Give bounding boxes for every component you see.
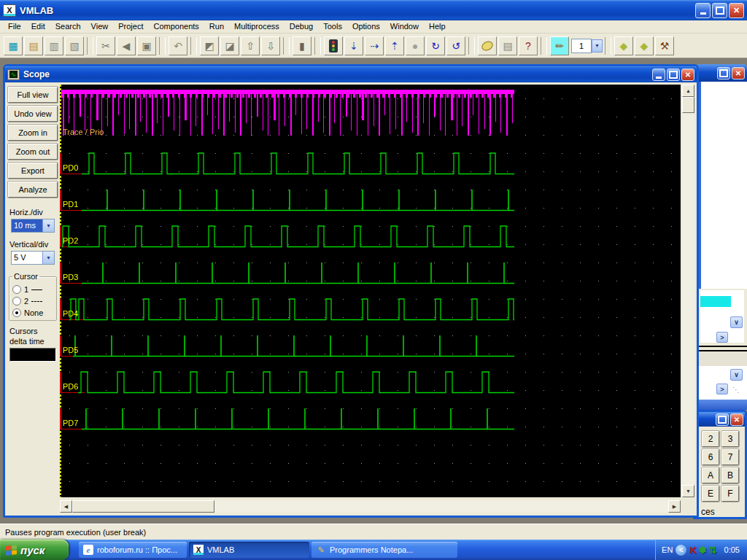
start-button[interactable]: пуск: [0, 540, 69, 560]
task-label: VMLAB: [207, 545, 234, 554]
minimize-button[interactable]: [695, 3, 711, 18]
menu-options[interactable]: Options: [347, 20, 385, 33]
new-project-button[interactable]: ▦: [4, 36, 23, 55]
partial-label: ces: [701, 507, 715, 517]
scope-vertical-scrollbar[interactable]: ▲ ▼: [682, 85, 694, 497]
scroll-up-button[interactable]: ▲: [682, 85, 694, 97]
selected-row-highlight[interactable]: [700, 296, 731, 307]
step-into-button[interactable]: ⇣: [344, 36, 363, 55]
zoom-out-button[interactable]: Zoom out: [8, 144, 58, 160]
hide-icons-chevron[interactable]: <: [676, 545, 686, 556]
zoom-in-button[interactable]: Zoom in: [8, 125, 58, 141]
bg-restore-button[interactable]: [717, 67, 730, 79]
step-over-button[interactable]: ⇢: [365, 36, 384, 55]
cursor-option-none[interactable]: None: [12, 308, 56, 317]
cursor-option-label: None: [24, 308, 43, 317]
radio-button[interactable]: [12, 308, 21, 317]
scope-titlebar[interactable]: ∿ Scope ✕: [5, 66, 697, 82]
full-view-button[interactable]: Full view: [8, 87, 58, 103]
help-button[interactable]: ?: [519, 36, 538, 55]
splitter-bar[interactable]: [697, 346, 747, 351]
scope-horizontal-scrollbar[interactable]: ◀ ▶: [60, 500, 681, 513]
resize-grip-icon[interactable]: ⋱: [732, 386, 744, 397]
scope-display[interactable]: [60, 85, 681, 497]
scroll-left-button[interactable]: ◀: [60, 500, 72, 513]
undo-view-button[interactable]: Undo view: [8, 106, 58, 122]
menu-view[interactable]: View: [86, 20, 114, 33]
mouse-button[interactable]: [478, 36, 497, 55]
find-button: ◩: [200, 36, 219, 55]
task-vmlab[interactable]: XVMLAB: [189, 542, 309, 558]
go-button[interactable]: [324, 36, 343, 55]
toolbar-separator: [541, 37, 547, 55]
keypad-key-7[interactable]: 7: [721, 449, 739, 465]
cursor-option-1[interactable]: 1: [12, 285, 56, 294]
keypad-key-3[interactable]: 3: [721, 431, 739, 447]
keypad-key-F[interactable]: F: [721, 486, 739, 502]
menu-edit[interactable]: Edit: [26, 20, 50, 33]
menu-components[interactable]: Components: [148, 20, 204, 33]
kp-restore-button[interactable]: [716, 413, 729, 426]
menu-run[interactable]: Run: [204, 20, 229, 33]
menu-debug[interactable]: Debug: [285, 20, 318, 33]
menu-multiprocess[interactable]: Multiprocess: [229, 20, 285, 33]
menu-search[interactable]: Search: [50, 20, 86, 33]
expand-right-button[interactable]: >: [716, 332, 728, 343]
toolbar-separator: [159, 37, 166, 55]
dropdown-arrow-icon[interactable]: ▼: [42, 219, 54, 232]
keypad-key-A[interactable]: A: [702, 467, 719, 483]
horiz-div-select[interactable]: 10 ms ▼: [11, 219, 55, 233]
bg-close-button[interactable]: ✕: [732, 67, 745, 79]
vertical-scroll-thumb[interactable]: [682, 97, 694, 113]
scope-window-title: Scope: [23, 69, 50, 79]
network-arrows-icon[interactable]: ⇅: [709, 545, 717, 556]
restore-icon: [718, 416, 727, 424]
board-a-button[interactable]: ◆: [614, 36, 633, 55]
hammer-button[interactable]: ⚒: [655, 36, 674, 55]
kp-close-button[interactable]: ✕: [730, 413, 743, 426]
dropdown-arrow-icon[interactable]: ▼: [42, 252, 54, 264]
keypad-key-6[interactable]: 6: [702, 449, 719, 465]
counter-dropdown-button[interactable]: ▼: [592, 39, 603, 52]
radio-button[interactable]: [12, 297, 21, 306]
keypad-key-2[interactable]: 2: [702, 431, 719, 447]
open-project-button[interactable]: ▤: [24, 36, 43, 55]
expand-right-button[interactable]: >: [716, 384, 728, 394]
menu-tools[interactable]: Tools: [318, 20, 347, 33]
keypad-key-B[interactable]: B: [721, 467, 739, 483]
menu-file[interactable]: File: [3, 20, 26, 33]
menu-help[interactable]: Help: [424, 20, 451, 33]
task-programmers-notepad[interactable]: ✎Programmers Notepa...: [311, 542, 457, 558]
radio-button[interactable]: [12, 285, 21, 294]
export-button[interactable]: Export: [8, 163, 58, 179]
scroll-down-button[interactable]: ∨: [730, 369, 743, 381]
board-b-button[interactable]: ◆: [635, 36, 654, 55]
scroll-down-button[interactable]: ▼: [682, 485, 694, 497]
menu-project[interactable]: Project: [113, 20, 148, 33]
kaspersky-icon[interactable]: K: [689, 545, 696, 556]
scope-close-button[interactable]: ✕: [681, 69, 694, 81]
minimize-icon: [656, 77, 662, 79]
step-out-button[interactable]: ⇡: [385, 36, 404, 55]
counter-value: 1: [571, 39, 592, 53]
keypad-key-E[interactable]: E: [702, 486, 719, 502]
task-roboforum[interactable]: eroboforum.ru :: Прос...: [79, 542, 187, 558]
analyze-button[interactable]: Analyze: [8, 182, 58, 198]
scope-minimize-button[interactable]: [652, 69, 665, 81]
horizontal-scroll-thumb[interactable]: [72, 500, 214, 513]
restart-button[interactable]: ↻: [426, 36, 445, 55]
scope-maximize-button[interactable]: [667, 69, 680, 81]
language-indicator[interactable]: EN: [662, 545, 673, 554]
cursor-option-2[interactable]: 2: [12, 297, 56, 306]
module-properties-button: ▧: [65, 36, 84, 55]
pen-cup-button[interactable]: ✏: [550, 36, 569, 55]
rerun-button[interactable]: ↺: [446, 36, 465, 55]
restore-button[interactable]: [712, 3, 727, 18]
close-button[interactable]: ✕: [729, 3, 744, 18]
scroll-down-button[interactable]: ∨: [730, 316, 743, 328]
menu-window[interactable]: Window: [385, 20, 424, 33]
vertical-div-select[interactable]: 5 V ▼: [11, 251, 55, 265]
antivirus-flower-icon[interactable]: ✽: [699, 545, 707, 556]
scroll-right-button[interactable]: ▶: [668, 500, 681, 513]
taskbar-clock: 0:05: [724, 545, 740, 554]
